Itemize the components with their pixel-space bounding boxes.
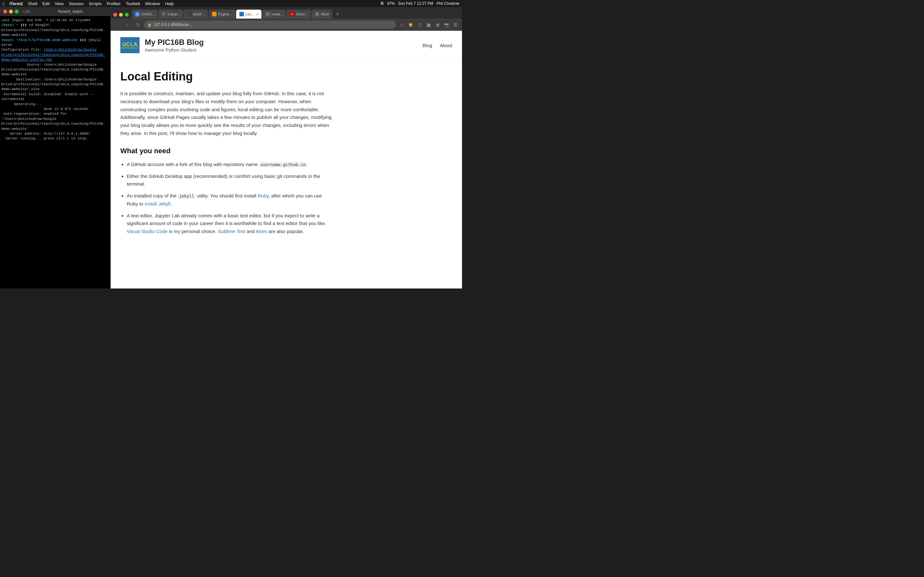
menu-scripts[interactable]: Scripts: [89, 1, 102, 6]
browser-tabs: C CHOD... C Camp... ⚫ jekyll-... P Pygme…: [132, 10, 342, 19]
post-body: It is possible to construct, maintain, a…: [120, 90, 332, 235]
terminal-line-9: done in 0.071 seconds.: [1, 107, 109, 111]
blog-post: Local Editing It is possible to construc…: [111, 60, 342, 254]
terminal-shortcut: ⌥⌘1: [21, 10, 31, 14]
link-vscode[interactable]: Visual Studio Code: [127, 229, 168, 234]
browser-traffic-lights: [113, 13, 129, 17]
traffic-lights: [3, 10, 19, 13]
terminal-titlebar: ⌥⌘1 fsevent_watch: [0, 7, 110, 16]
tab-label-local: Loc...: [246, 12, 254, 16]
tab-atom[interactable]: A Atom: [312, 10, 333, 19]
post-list: A GitHub account with a fork of this blo…: [127, 161, 332, 235]
list-item-2: Either the GitHub Desktop app (recommend…: [127, 172, 332, 189]
tab-favicon-jekyll: ⚫: [187, 12, 192, 16]
browser-minimize-button[interactable]: [119, 13, 123, 17]
terminal-line-6: Destination: /Users/philchodrow/Google D…: [1, 77, 109, 92]
terminal-line-5: Source: /Users/philchodrow/Google Drive/…: [1, 63, 109, 77]
link-sublime[interactable]: Sublime Text: [218, 229, 246, 234]
list-item-1: A GitHub account with a fork of this blo…: [127, 161, 332, 169]
link-install-jekyll[interactable]: install Jekyll: [145, 201, 170, 206]
nav-blog[interactable]: Blog: [423, 43, 432, 48]
tab-favicon-camp: C: [162, 12, 166, 16]
terminal-line-3: (base) ~/G/p/t/U/PIC16B-demo-website ❯❯❯…: [1, 38, 109, 48]
address-bar[interactable]: 🔒 127.0.0.1:4000/local-...: [144, 21, 396, 29]
menu-window[interactable]: Window: [145, 1, 160, 6]
back-button[interactable]: ‹: [113, 21, 121, 29]
menubar:  iTerm2 Shell Edit View Session Scripts…: [0, 0, 462, 7]
blog-site-title: My PIC16B Blog: [145, 38, 417, 47]
extension-icon-1[interactable]: ⬡: [416, 21, 423, 29]
tab-favicon-pygme: P: [212, 12, 216, 16]
terminal-line-11: Server address: http://127.0.0.1:4000/: [1, 131, 109, 136]
battery-status: 97%: [387, 1, 395, 6]
menu-profiles[interactable]: Profiles: [107, 1, 120, 6]
brave-icon[interactable]: 🦁: [407, 21, 415, 29]
code-username: username.github.io: [259, 162, 307, 167]
terminal-body[interactable]: Last login: Sun Feb 7 12:26:02 on ttys00…: [0, 16, 110, 288]
tab-label-down: Down...: [296, 12, 308, 16]
tab-label-atom: Atom: [321, 12, 329, 16]
blog-title-group: My PIC16B Blog Awesome Python Student: [145, 38, 417, 53]
nav-about[interactable]: About: [440, 43, 452, 48]
blog-content: UCLA MATHEMATICS My PIC16B Blog Awesome …: [111, 31, 462, 288]
tab-local-active[interactable]: 🔵 Loc... ✕: [236, 10, 262, 19]
datetime: Sun Feb 7 12:27 PM: [398, 1, 433, 6]
tab-jekyll[interactable]: ⚫ jekyll-...: [184, 10, 208, 19]
browser-chrome: C CHOD... C Camp... ⚫ jekyll-... P Pygme…: [111, 7, 462, 31]
blog-header: UCLA MATHEMATICS My PIC16B Blog Awesome …: [111, 31, 462, 60]
extension-icon-2[interactable]: ▦: [425, 21, 433, 29]
minimize-button[interactable]: [9, 10, 13, 13]
tab-label-instal: Instal...: [271, 12, 283, 16]
post-title: Local Editing: [120, 69, 332, 83]
terminal-title: fsevent_watch: [33, 9, 107, 14]
terminal-line-1: Last login: Sun Feb 7 12:26:02 on ttys00…: [1, 18, 109, 23]
forward-button[interactable]: ›: [124, 21, 132, 29]
browser-pane: C CHOD... C Camp... ⚫ jekyll-... P Pygme…: [110, 7, 462, 288]
new-tab-button[interactable]: +: [333, 10, 342, 19]
link-atom[interactable]: Atom: [256, 229, 267, 234]
apple-menu[interactable]: : [3, 1, 4, 6]
tab-instal[interactable]: I Instal...: [262, 10, 286, 19]
tab-pygme[interactable]: P Pygme...: [209, 10, 235, 19]
menu-help[interactable]: Help: [165, 1, 174, 6]
menu-shell[interactable]: Shell: [28, 1, 37, 6]
tab-label-camp: Camp...: [168, 12, 180, 16]
list-item-4: A text editor. Jupyter Lab already comes…: [127, 212, 332, 235]
maximize-button[interactable]: [15, 10, 19, 13]
blog-nav: Blog About: [423, 43, 452, 48]
browser-nav-bar: ‹ › ↻ 🔒 127.0.0.1:4000/local-... ☆ 🦁 ⬡ ▦…: [111, 19, 462, 31]
blog-site-subtitle: Awesome Python Student: [145, 47, 417, 53]
wifi-icon: ⌘: [380, 1, 384, 6]
tab-label-pygme: Pygme...: [218, 12, 232, 16]
terminal-pane: ⌥⌘1 fsevent_watch Last login: Sun Feb 7 …: [0, 7, 110, 288]
menu-edit[interactable]: Edit: [42, 1, 49, 6]
tab-favicon-instal: I: [265, 12, 270, 16]
menu-view[interactable]: View: [55, 1, 63, 6]
bookmark-icon[interactable]: ☆: [398, 21, 405, 29]
list-item-3: An installed copy of the jekyll utility.…: [127, 192, 332, 208]
tab-camp[interactable]: C Camp...: [158, 10, 184, 19]
tab-down[interactable]: D Down...: [286, 10, 311, 19]
terminal-line-8: Generating...: [1, 102, 109, 107]
browser-close-button[interactable]: [113, 13, 117, 17]
app-name[interactable]: iTerm2: [9, 1, 23, 6]
tab-close-icon[interactable]: ✕: [256, 13, 258, 16]
link-ruby[interactable]: Ruby: [258, 193, 268, 198]
close-button[interactable]: [3, 10, 7, 13]
extension-icon-4[interactable]: 📷: [443, 21, 451, 29]
tab-favicon-chod: C: [135, 12, 140, 16]
extension-icon-3[interactable]: ⊞: [434, 21, 441, 29]
menu-icon[interactable]: ☰: [452, 21, 459, 29]
menu-toolbelt[interactable]: Toolbelt: [126, 1, 140, 6]
browser-maximize-button[interactable]: [125, 13, 129, 17]
lock-icon: 🔒: [147, 23, 152, 27]
reload-button[interactable]: ↻: [134, 21, 142, 29]
browser-nav-icons: ☆ 🦁 ⬡ ▦ ⊞ 📷 ☰: [398, 21, 459, 29]
address-text: 127.0.0.1:4000/local-...: [153, 23, 393, 27]
tab-label-chod: CHOD...: [141, 12, 155, 16]
tab-favicon-local: 🔵: [239, 12, 244, 16]
menu-session[interactable]: Session: [69, 1, 83, 6]
terminal-line-2: (base) ~ ❯❯❯ cd Google\ Drive/profession…: [1, 23, 109, 37]
tab-chod[interactable]: C CHOD...: [132, 10, 158, 19]
terminal-line-10: Auto-regeneration: enabled for '/Users/p…: [1, 111, 109, 131]
